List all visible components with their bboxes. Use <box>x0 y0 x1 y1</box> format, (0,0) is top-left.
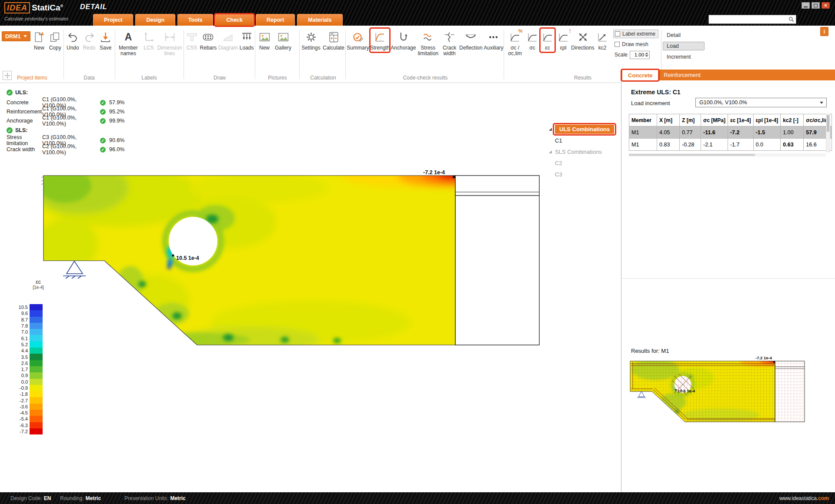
undo-button[interactable]: Undo <box>65 30 80 51</box>
auxiliary-button[interactable]: Auxiliary <box>484 30 504 51</box>
legend-swatch <box>30 372 43 378</box>
palette-increment-option[interactable]: Increment <box>663 53 705 61</box>
label-extreme-text: Label extreme <box>622 31 655 37</box>
draw-mesh-toggle[interactable]: Draw mesh <box>613 40 658 49</box>
col-header-kc2[interactable]: kc2 [-] <box>781 114 804 126</box>
scale-input[interactable] <box>630 52 644 57</box>
palette-detail-option[interactable]: Detail <box>663 31 705 40</box>
tree-item-uls-combinations[interactable]: ULS Combinations <box>555 125 614 134</box>
table-row[interactable]: M1 0.83 -0.28 -2.1 -1.7 0.0 0.63 16.6 <box>629 139 832 151</box>
save-button[interactable]: Save <box>98 30 113 51</box>
curve-icon <box>527 30 538 44</box>
table-row[interactable]: M1 4.05 0.77 -11.6 -7.2 -1.5 1.00 57.9 <box>629 126 832 139</box>
new-picture-button[interactable]: New <box>257 30 272 51</box>
legend-value: -3.6 <box>12 404 30 409</box>
new-project-item-button[interactable]: New <box>32 30 46 51</box>
ribbon-group-labels: AMember names LCS Dimension lines Labels <box>117 26 182 83</box>
kc2-button[interactable]: kc2 <box>595 30 609 51</box>
scale-input-wrap <box>630 51 650 59</box>
extreme-result-title: Extreme ULS: C1 <box>631 89 681 96</box>
units-status: Presentation Units:Metric <box>124 495 186 501</box>
tab-project[interactable]: Project <box>93 14 133 26</box>
col-header-sigma-c[interactable]: σc [MPa] <box>701 114 728 126</box>
summary-button[interactable]: Summary <box>347 30 369 51</box>
label-extreme-toggle[interactable]: Label extreme <box>613 30 658 38</box>
ribbon-separator <box>345 30 346 79</box>
scrollbar-thumb[interactable] <box>827 115 829 132</box>
col-header-eps-c[interactable]: εc [1e-4] <box>728 114 753 126</box>
sigma-c-button[interactable]: σc <box>526 30 539 51</box>
panel-tab-concrete[interactable]: Concrete <box>622 70 658 80</box>
epsilon-pl-button[interactable]: !εpl <box>556 30 570 51</box>
drm-selector[interactable]: DRM1 <box>2 31 30 41</box>
tree-item-c2[interactable]: C2 <box>555 160 562 166</box>
pan-tool-button[interactable] <box>3 71 12 80</box>
maximize-button[interactable] <box>812 2 820 9</box>
mini-min-marker <box>675 389 677 391</box>
mini-plot-area[interactable]: -7.2 1e-4 10.5 1e-4 <box>629 354 808 430</box>
col-header-x[interactable]: X [m] <box>657 114 680 126</box>
strength-button[interactable]: Strength <box>370 30 390 51</box>
tree-item-sls-combinations[interactable]: SLS Combinations <box>555 149 602 155</box>
epsilon-c-button[interactable]: εc <box>540 30 555 51</box>
loads-button[interactable]: Loads <box>239 30 254 51</box>
gallery-button[interactable]: Gallery <box>274 30 293 51</box>
contour-plot-area[interactable]: -7.2 1e-4 10.5 1e-4 <box>41 170 546 353</box>
crack-width-button[interactable]: Crack width <box>441 30 458 56</box>
label-extreme-checkbox[interactable] <box>615 31 620 36</box>
tab-materials[interactable]: Materials <box>297 14 342 26</box>
tab-tools[interactable]: Tools <box>177 14 213 26</box>
member-names-button[interactable]: AMember names <box>117 30 140 56</box>
anchorage-button[interactable]: Anchorage <box>391 30 415 51</box>
expand-arrow-icon[interactable] <box>549 128 552 131</box>
settings-button[interactable]: Settings <box>301 30 321 51</box>
scale-spinner[interactable] <box>645 53 648 57</box>
col-header-eps-pl[interactable]: εpl [1e-4] <box>753 114 781 126</box>
close-button[interactable]: × <box>822 2 830 9</box>
draw-mesh-text: Draw mesh <box>622 41 648 47</box>
palette-load-option[interactable]: Load <box>663 42 705 50</box>
minimize-button[interactable] <box>802 2 810 9</box>
directions-button[interactable]: Directions <box>571 30 594 51</box>
legend-swatch <box>30 397 43 403</box>
ribbon-group-code-check: Summary Strength Anchorage Stress limita… <box>347 26 504 83</box>
legend-swatch <box>30 428 43 434</box>
panel-tab-reinforcement[interactable]: Reinforcement <box>658 70 706 80</box>
sigma-c-lim-button[interactable]: %σc / σc,lim <box>505 30 524 56</box>
rebars-button[interactable]: Rebars <box>200 30 217 51</box>
calculate-button[interactable]: Calculate <box>322 30 345 51</box>
deflection-button[interactable]: Deflection <box>460 30 482 51</box>
group-label-draw: Draw <box>185 75 254 81</box>
button-label: Rebars <box>200 45 217 51</box>
stress-limitation-button[interactable]: Stress limitation <box>417 30 439 56</box>
crossed-arrows-icon <box>577 30 589 44</box>
draw-mesh-checkbox[interactable] <box>615 42 620 47</box>
col-header-z[interactable]: Z [m] <box>680 114 701 126</box>
info-button[interactable]: i <box>820 27 828 36</box>
tab-report[interactable]: Report <box>256 14 295 26</box>
expand-arrow-icon[interactable] <box>549 150 552 153</box>
col-header-member[interactable]: Member <box>629 114 657 126</box>
tree-item-c3[interactable]: C3 <box>555 171 562 178</box>
mini-mesh-grid <box>629 358 805 424</box>
table-horizontal-scrollbar[interactable] <box>629 153 826 156</box>
redo-button: Redo <box>82 30 97 51</box>
status-label: Rounding: <box>60 495 84 501</box>
load-increment-dropdown[interactable]: G100.0%, V100.0% <box>695 98 827 107</box>
group-label-code-check: Code-check results <box>347 75 504 81</box>
table-vertical-scrollbar[interactable] <box>826 114 830 152</box>
search-input[interactable] <box>711 17 788 23</box>
tab-design[interactable]: Design <box>135 14 175 26</box>
status-bar: Design Code:EN Rounding:Metric Presentat… <box>0 492 835 504</box>
cell-z: -0.28 <box>680 139 701 151</box>
copy-button[interactable]: Copy <box>47 30 63 51</box>
results-panel: Concrete Reinforcement Extreme ULS: C1 L… <box>621 70 835 492</box>
copy-icon <box>49 30 61 44</box>
legend-swatch <box>30 391 43 397</box>
support-triangle <box>63 261 86 279</box>
mini-contour-plot: -7.2 1e-4 10.5 1e-4 <box>629 354 808 430</box>
tab-check[interactable]: Check <box>215 14 254 26</box>
tree-item-c1[interactable]: C1 <box>555 137 562 144</box>
website-link[interactable]: www.ideastatica.com <box>779 495 829 501</box>
scrollbar-thumb[interactable] <box>629 154 755 156</box>
